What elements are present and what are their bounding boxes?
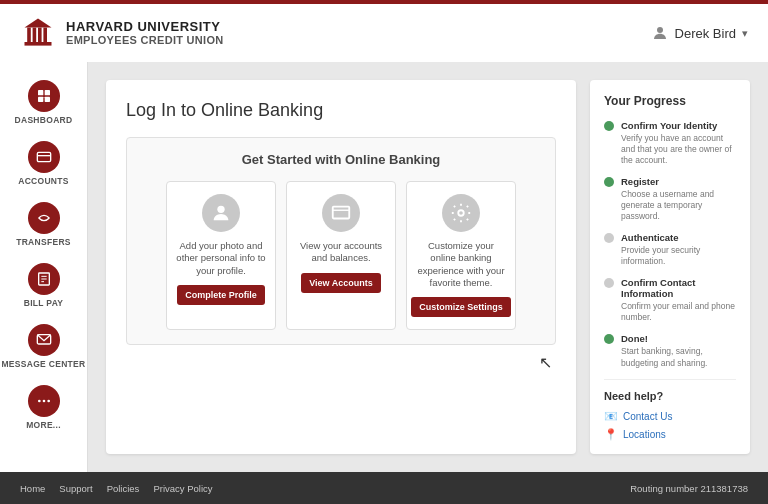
step5-title: Done!: [621, 333, 736, 344]
svg-point-20: [47, 400, 50, 403]
step4-dot: [604, 278, 614, 288]
message-icon: [28, 324, 60, 356]
banking-card: Log In to Online Banking Get Started wit…: [106, 80, 576, 454]
step1-desc: Verify you have an account and that you …: [621, 133, 736, 166]
svg-point-21: [217, 206, 224, 213]
locations-icon: 📍: [604, 428, 618, 441]
svg-point-6: [657, 27, 663, 33]
sidebar-item-dashboard[interactable]: DASHBOARD: [0, 72, 87, 133]
svg-rect-0: [25, 42, 52, 46]
customize-settings-card: Customize your online banking experience…: [406, 181, 516, 330]
footer-routing: Routing number 211381738: [630, 483, 748, 494]
svg-point-19: [42, 400, 45, 403]
step2-content: Register Choose a username and generate …: [621, 176, 736, 222]
sidebar-item-bill-pay[interactable]: BILL PAY: [0, 255, 87, 316]
step1-content: Confirm Your Identity Verify you have an…: [621, 120, 736, 166]
footer-support[interactable]: Support: [59, 483, 92, 494]
dashboard-icon: [28, 80, 60, 112]
sidebar-accounts-label: ACCOUNTS: [18, 176, 69, 186]
user-menu[interactable]: Derek Bird ▾: [651, 24, 748, 42]
locations-label: Locations: [623, 429, 666, 440]
routing-label: Routing number: [630, 483, 700, 494]
footer-privacy[interactable]: Privacy Policy: [153, 483, 212, 494]
get-started-box: Get Started with Online Banking Add your…: [126, 137, 556, 345]
sidebar-more-label: MORE...: [26, 420, 61, 430]
svg-rect-8: [44, 90, 49, 95]
footer: Home Support Policies Privacy Policy Rou…: [0, 472, 768, 504]
progress-step-2: Register Choose a username and generate …: [604, 176, 736, 222]
step2-desc: Choose a username and generate a tempora…: [621, 189, 736, 222]
header: HARVARD UNIVERSITY EMPLOYEES CREDIT UNIO…: [0, 0, 768, 62]
view-accounts-card: View your accounts and balances. View Ac…: [286, 181, 396, 330]
get-started-title: Get Started with Online Banking: [141, 152, 541, 167]
step5-dot: [604, 334, 614, 344]
feature-cards: Add your photo and other personal info t…: [141, 181, 541, 330]
step5-desc: Start banking, saving, budgeting and sha…: [621, 346, 736, 368]
svg-point-18: [38, 400, 41, 403]
footer-policies[interactable]: Policies: [107, 483, 140, 494]
cursor-indicator: ↖: [126, 345, 556, 372]
svg-rect-3: [38, 28, 42, 42]
more-icon: [28, 385, 60, 417]
user-chevron-icon: ▾: [742, 27, 748, 40]
sidebar-item-accounts[interactable]: ACCOUNTS: [0, 133, 87, 194]
bill-pay-icon: [28, 263, 60, 295]
accounts-text: View your accounts and balances.: [295, 240, 387, 265]
logo-line1: HARVARD UNIVERSITY: [66, 19, 224, 35]
customize-settings-button[interactable]: Customize Settings: [411, 297, 511, 317]
progress-step-4: Confirm Contact Information Confirm your…: [604, 277, 736, 323]
contact-us-label: Contact Us: [623, 411, 672, 422]
progress-panel: Your Progress Confirm Your Identity Veri…: [590, 80, 750, 454]
step4-desc: Confirm your email and phone number.: [621, 301, 736, 323]
complete-profile-card: Add your photo and other personal info t…: [166, 181, 276, 330]
user-name: Derek Bird: [675, 26, 736, 41]
contact-us-link[interactable]: 📧 Contact Us: [604, 410, 736, 423]
svg-rect-11: [37, 152, 50, 161]
sidebar-dashboard-label: DASHBOARD: [15, 115, 73, 125]
settings-icon: [442, 194, 480, 232]
logo: HARVARD UNIVERSITY EMPLOYEES CREDIT UNIO…: [20, 15, 224, 51]
view-accounts-button[interactable]: View Accounts: [301, 273, 381, 293]
step3-dot: [604, 233, 614, 243]
transfers-icon: [28, 202, 60, 234]
sidebar-item-more[interactable]: MORE...: [0, 377, 87, 438]
step3-title: Authenticate: [621, 232, 736, 243]
progress-title: Your Progress: [604, 94, 736, 108]
locations-link[interactable]: 📍 Locations: [604, 428, 736, 441]
accounts-icon: [28, 141, 60, 173]
svg-rect-2: [33, 28, 37, 42]
svg-rect-10: [44, 97, 49, 102]
step3-desc: Provide your security information.: [621, 245, 736, 267]
progress-divider: [604, 379, 736, 380]
svg-rect-4: [43, 28, 47, 42]
step1-dot: [604, 121, 614, 131]
progress-step-1: Confirm Your Identity Verify you have an…: [604, 120, 736, 166]
sidebar-bill-pay-label: BILL PAY: [24, 298, 64, 308]
step1-title: Confirm Your Identity: [621, 120, 736, 131]
sidebar: DASHBOARD ACCOUNTS TRANSFERS: [0, 62, 88, 472]
svg-rect-1: [27, 28, 31, 42]
sidebar-item-message-center[interactable]: MESSAGE CENTER: [0, 316, 87, 377]
complete-profile-button[interactable]: Complete Profile: [177, 285, 265, 305]
routing-number: 211381738: [700, 483, 748, 494]
sidebar-transfers-label: TRANSFERS: [16, 237, 71, 247]
main-layout: DASHBOARD ACCOUNTS TRANSFERS: [0, 62, 768, 472]
step5-content: Done! Start banking, saving, budgeting a…: [621, 333, 736, 368]
need-help-title: Need help?: [604, 390, 736, 402]
need-help: Need help? 📧 Contact Us 📍 Locations: [604, 390, 736, 441]
svg-marker-5: [25, 19, 52, 28]
footer-home[interactable]: Home: [20, 483, 45, 494]
progress-step-5: Done! Start banking, saving, budgeting a…: [604, 333, 736, 368]
step4-content: Confirm Contact Information Confirm your…: [621, 277, 736, 323]
progress-step-3: Authenticate Provide your security infor…: [604, 232, 736, 267]
logo-text: HARVARD UNIVERSITY EMPLOYEES CREDIT UNIO…: [66, 19, 224, 48]
main-content: Log In to Online Banking Get Started wit…: [88, 62, 768, 472]
svg-rect-9: [38, 97, 43, 102]
banking-title: Log In to Online Banking: [126, 100, 556, 121]
sidebar-item-transfers[interactable]: TRANSFERS: [0, 194, 87, 255]
footer-links: Home Support Policies Privacy Policy: [20, 483, 213, 494]
profile-text: Add your photo and other personal info t…: [175, 240, 267, 277]
logo-icon: [20, 15, 56, 51]
svg-rect-7: [38, 90, 43, 95]
step2-title: Register: [621, 176, 736, 187]
